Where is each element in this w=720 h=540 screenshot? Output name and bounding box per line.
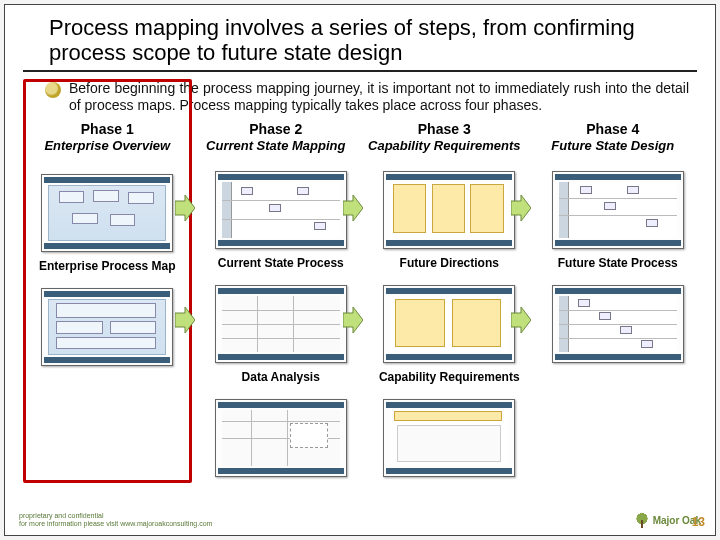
footer-text: proprietary and confidential for more in… <box>19 512 212 527</box>
thumbnail <box>41 174 173 252</box>
tree-icon <box>635 513 649 527</box>
slide: Process mapping involves a series of ste… <box>4 4 716 536</box>
phase-name: Future State Design <box>529 139 698 167</box>
phase-4-column: Future State Process <box>539 171 698 483</box>
page-number: 13 <box>692 515 705 529</box>
phase-name: Current State Mapping <box>192 139 361 167</box>
sub-label: Enterprise Process Map <box>39 260 176 284</box>
phase-label: Phase 4 <box>529 121 698 137</box>
svg-marker-2 <box>511 195 531 221</box>
thumbnail <box>383 399 515 477</box>
svg-marker-4 <box>343 307 363 333</box>
arrow-icon <box>343 195 363 221</box>
thumbnail <box>215 285 347 363</box>
sub-label: Future State Process <box>558 257 678 281</box>
thumbnail <box>383 171 515 249</box>
sub-label: Future Directions <box>400 257 499 281</box>
svg-marker-1 <box>343 195 363 221</box>
footer-line: for more information please visit www.ma… <box>19 520 212 528</box>
arrow-icon <box>175 307 195 333</box>
arrow-icon <box>511 307 531 333</box>
footer: proprietary and confidential for more in… <box>5 505 715 535</box>
thumbnail <box>215 399 347 477</box>
thumbnail <box>383 285 515 363</box>
sub-label: Data Analysis <box>242 371 320 395</box>
arrow-icon <box>511 195 531 221</box>
svg-marker-5 <box>511 307 531 333</box>
phase-label: Phase 3 <box>360 121 529 137</box>
page-title: Process mapping involves a series of ste… <box>23 5 697 72</box>
thumbnail <box>552 171 684 249</box>
phase-3-column: Future Directions Capability Requirement… <box>370 171 529 483</box>
svg-marker-0 <box>175 195 195 221</box>
phase-1-column: Enterprise Process Map <box>23 79 192 483</box>
svg-marker-3 <box>175 307 195 333</box>
arrow-icon <box>343 307 363 333</box>
arrow-icon <box>175 195 195 221</box>
phase-2-column: Current State Process Data Analysis <box>202 171 361 483</box>
thumbnail <box>215 171 347 249</box>
thumbnail <box>41 288 173 366</box>
thumbnail <box>552 285 684 363</box>
phase-name: Capability Requirements <box>360 139 529 167</box>
diagram-area: Enterprise Process Map <box>5 167 715 483</box>
sub-label: Capability Requirements <box>379 371 520 395</box>
phase-label: Phase 2 <box>192 121 361 137</box>
footer-line: proprietary and confidential <box>19 512 212 520</box>
sub-label: Current State Process <box>218 257 344 281</box>
